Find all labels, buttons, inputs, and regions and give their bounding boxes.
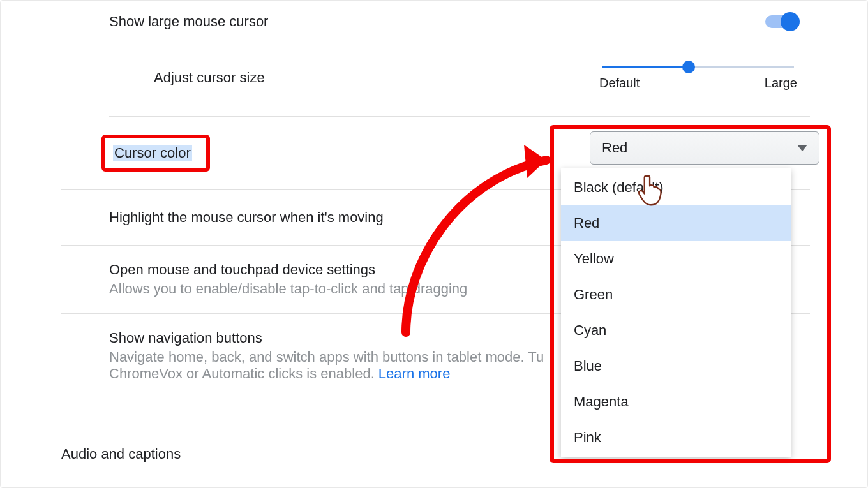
row-large-mouse-cursor: Show large mouse cursor [61, 1, 810, 55]
link-learn-more[interactable]: Learn more [378, 366, 451, 381]
label-cursor-color: Cursor color [113, 145, 192, 161]
label-large-mouse-cursor: Show large mouse cursor [109, 13, 765, 30]
slider-thumb[interactable] [682, 61, 695, 73]
toggle-large-mouse-cursor[interactable] [765, 15, 797, 28]
slider-filled [602, 66, 689, 68]
dropdown-item-magenta[interactable]: Magenta [561, 384, 791, 420]
slider-min-label: Default [599, 76, 640, 91]
toggle-knob [781, 12, 800, 31]
slider-max-label: Large [765, 76, 797, 91]
dropdown-item-cyan[interactable]: Cyan [561, 313, 791, 348]
slider-cursor-size[interactable]: Default Large [596, 66, 800, 91]
select-cursor-color[interactable]: Red [590, 131, 819, 165]
dropdown-item-yellow[interactable]: Yellow [561, 241, 791, 277]
dropdown-item-black[interactable]: Black (default) [561, 170, 791, 205]
chevron-down-icon [797, 145, 807, 151]
dropdown-item-blue[interactable]: Blue [561, 348, 791, 384]
annotation-box-cursor-color: Cursor color [101, 135, 210, 172]
label-adjust-cursor-size: Adjust cursor size [154, 70, 265, 86]
row-adjust-cursor-size: Adjust cursor size Default Large [61, 55, 810, 116]
select-cursor-color-value: Red [602, 140, 627, 156]
dropdown-cursor-color: Black (default) Red Yellow Green Cyan Bl… [561, 168, 791, 457]
dropdown-item-green[interactable]: Green [561, 277, 791, 313]
dropdown-item-pink[interactable]: Pink [561, 420, 791, 455]
dropdown-item-red[interactable]: Red [561, 205, 791, 241]
